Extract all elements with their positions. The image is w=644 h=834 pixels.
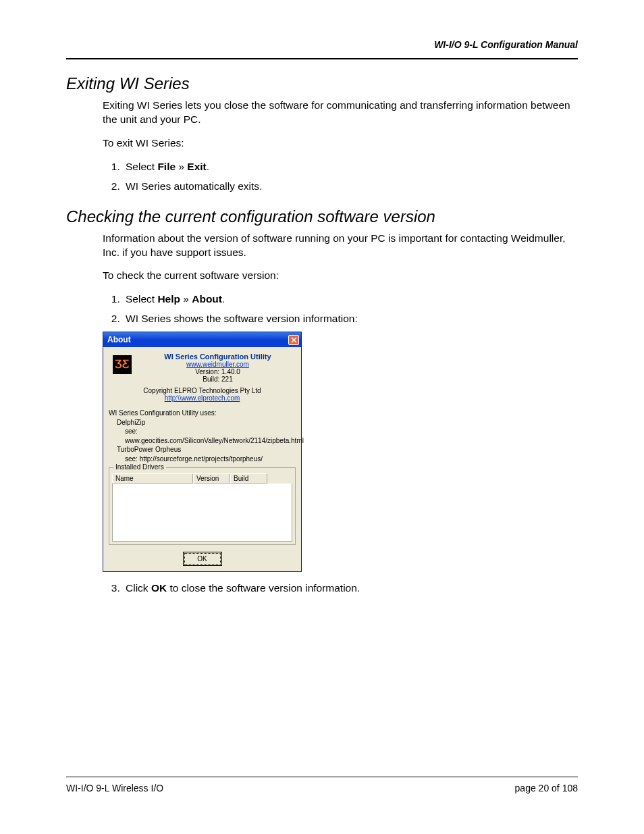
uses-see: see: http://sourceforge.net/projects/tpo…: [125, 454, 296, 464]
col-version[interactable]: Version: [193, 473, 230, 484]
dialog-title: About: [107, 335, 131, 344]
step-item: Click OK to close the software version i…: [123, 581, 578, 596]
app-title: WI Series Configuration Utility: [140, 353, 296, 361]
footer-left: WI-I/O 9-L Wireless I/O: [66, 783, 163, 793]
version-text: Version: 1.40.0: [140, 368, 296, 375]
drivers-legend: Installed Drivers: [113, 463, 166, 471]
step-text: .: [207, 161, 209, 172]
step-text: »: [176, 161, 187, 172]
uses-label: WI Series Configuration Utility uses:: [109, 409, 296, 418]
body-text: To check the current software version:: [103, 269, 578, 283]
col-name[interactable]: Name: [112, 473, 193, 484]
step-bold: Help: [157, 293, 180, 305]
copyright-text: Copyright ELPRO Technologies Pty Ltd: [109, 387, 296, 394]
step-text: Select: [126, 293, 157, 305]
body-text: Exiting WI Series lets you close the sof…: [103, 99, 578, 127]
uses-see: see: www.geocities.com/SiliconValley/Net…: [125, 427, 296, 445]
footer-right: page 20 of 108: [515, 783, 578, 793]
dialog-titlebar[interactable]: About: [103, 332, 301, 347]
header-title: WI-I/O 9-L Configuration Manual: [66, 39, 578, 50]
about-dialog: About ƷƸ WI Series Configuration Utility…: [103, 332, 302, 572]
step-item: Select Help » About.: [123, 292, 578, 307]
elpro-link[interactable]: http:\\www.elprotech.com: [165, 394, 240, 402]
footer-rule: [66, 777, 578, 777]
uses-item: DelphiZip: [117, 418, 296, 427]
step-item: WI Series shows the software version inf…: [123, 312, 578, 326]
step-bold: Exit: [187, 161, 206, 172]
section-heading-exiting: Exiting WI Series: [66, 74, 578, 93]
drivers-header[interactable]: Name Version Build: [112, 473, 292, 484]
build-text: Build: 221: [140, 375, 296, 383]
step-bold: About: [192, 293, 222, 305]
app-logo: ƷƸ: [113, 355, 132, 374]
step-text: .: [222, 293, 225, 305]
step-bold: OK: [151, 582, 167, 594]
close-icon: [291, 337, 297, 343]
step-text: Click: [126, 582, 151, 594]
step-text: to close the software version informatio…: [167, 582, 360, 594]
installed-drivers-group: Installed Drivers Name Version Build: [109, 467, 296, 545]
drivers-list[interactable]: [112, 484, 292, 542]
logo-glyph: ƷƸ: [115, 359, 130, 370]
step-text: »: [180, 293, 192, 305]
vendor-link[interactable]: www.weidmuller.com: [186, 361, 249, 368]
uses-item: TurboPower Orpheus: [117, 445, 296, 454]
section-heading-checking: Checking the current configuration softw…: [66, 207, 578, 226]
step-bold: File: [157, 161, 176, 172]
step-text: Select: [126, 161, 157, 172]
step-item: Select File » Exit.: [123, 160, 578, 174]
body-text: Information about the version of softwar…: [103, 232, 578, 260]
close-button[interactable]: [288, 335, 299, 345]
col-build[interactable]: Build: [230, 473, 267, 484]
header-rule: [66, 58, 578, 59]
body-text: To exit WI Series:: [103, 136, 578, 151]
step-item: WI Series automatically exits.: [123, 180, 578, 194]
ok-button[interactable]: OK: [184, 553, 221, 565]
